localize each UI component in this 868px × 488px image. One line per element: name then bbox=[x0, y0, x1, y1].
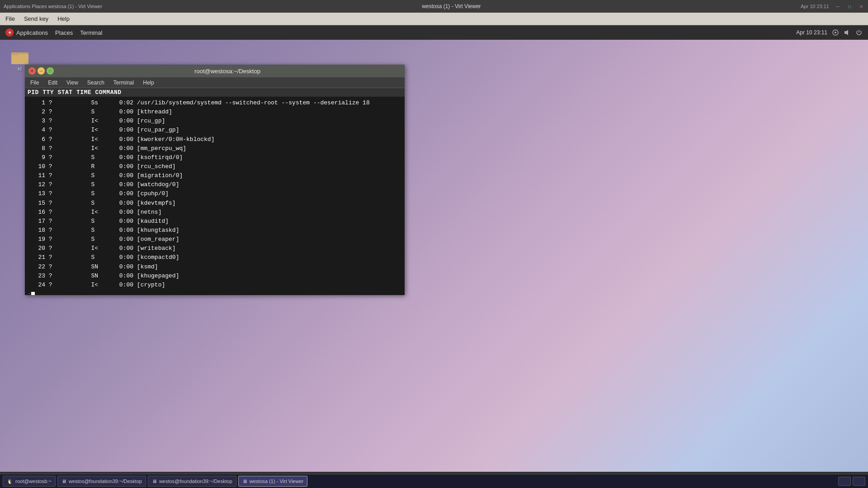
settings-icon bbox=[832, 29, 839, 36]
virt-apps-text: Applications Places westosa (1) - Virt V… bbox=[4, 4, 102, 9]
svg-text:❖: ❖ bbox=[8, 31, 11, 35]
ps-row: 8 ? I< 0:00 [mm_percpu_wq] bbox=[28, 144, 402, 153]
ps-row: 3 ? I< 0:00 [rcu_gp] bbox=[28, 117, 402, 126]
terminal-cursor bbox=[31, 292, 35, 295]
virt-icon: 🖥 bbox=[242, 479, 247, 484]
datetime-display: Apr 10 23:11 bbox=[801, 4, 829, 9]
svg-point-3 bbox=[835, 32, 836, 33]
vm-places-menu[interactable]: Places bbox=[55, 29, 73, 36]
term-menu-help[interactable]: Help bbox=[141, 79, 156, 86]
maximize-btn[interactable]: □ bbox=[846, 3, 853, 9]
host-task-label-0: root@westosb:~ bbox=[15, 479, 52, 484]
menu-help[interactable]: Help bbox=[54, 14, 73, 23]
ps-row: 12 ? S 0:00 [watchdog/0] bbox=[28, 180, 402, 189]
host-task-virtviewer[interactable]: 🖥 westosa (1) - Virt Viewer bbox=[238, 476, 307, 487]
terminal-title: root@westosa:~/Desktop bbox=[54, 68, 401, 75]
ps-row: 2 ? S 0:00 [kthreadd] bbox=[28, 108, 402, 117]
host-taskbar: 🐧 root@westosb:~ 🖥 westos@foundation39:~… bbox=[0, 474, 868, 488]
monitor-icon-1: 🖥 bbox=[61, 479, 66, 484]
ps-row: 23 ? SN 0:00 [khugepaged] bbox=[28, 272, 402, 281]
vm-desktop: rc ✕ ─ □ root@westosa:~/Desktop File Edi… bbox=[0, 40, 868, 472]
ps-row: 6 ? I< 0:00 [kworker/0:0H-kblockd] bbox=[28, 135, 402, 144]
terminal-titlebar: ✕ ─ □ root@westosa:~/Desktop bbox=[25, 65, 405, 77]
virt-titlebar-controls: Apr 10 23:11 ─ □ ✕ bbox=[801, 3, 864, 9]
desktop-folder-label: rc bbox=[18, 66, 22, 71]
terminal-maximize-btn[interactable]: □ bbox=[47, 67, 54, 75]
term-menu-file[interactable]: File bbox=[28, 79, 41, 86]
ps-header-row: PID TTY STAT TIME COMMAND bbox=[25, 88, 405, 97]
vm-datetime: Apr 10 23:11 bbox=[796, 29, 827, 36]
vm-terminal-menu[interactable]: Terminal bbox=[80, 29, 102, 36]
term-menu-edit[interactable]: Edit bbox=[46, 79, 59, 86]
host-task-label-2: westos@foundation39:~/Desktop bbox=[159, 479, 232, 484]
ps-row: 24 ? I< 0:00 [crypto] bbox=[28, 281, 402, 290]
virt-titlebar-title: westosa (1) - Virt Viewer bbox=[422, 3, 481, 9]
virt-viewer-window: Applications Places westosa (1) - Virt V… bbox=[0, 0, 868, 488]
terminal-minimize-btn[interactable]: ─ bbox=[38, 67, 45, 75]
svg-marker-4 bbox=[844, 30, 848, 35]
host-task-penguin[interactable]: 🐧 root@westosb:~ bbox=[3, 476, 56, 487]
ps-row: 9 ? S 0:00 [ksoftirqd/0] bbox=[28, 153, 402, 162]
vm-topbar: ❖ Applications Places Terminal Apr 10 23… bbox=[0, 25, 868, 40]
svg-rect-6 bbox=[11, 54, 28, 64]
host-workspace-1[interactable] bbox=[838, 477, 851, 486]
terminal-window-controls: ✕ ─ □ bbox=[28, 67, 54, 75]
ps-row: 16 ? I< 0:00 [netns] bbox=[28, 208, 402, 217]
minimize-btn[interactable]: ─ bbox=[835, 3, 841, 9]
vm-app-icon: ❖ bbox=[5, 28, 14, 37]
menu-file[interactable]: File bbox=[2, 14, 19, 23]
virt-viewer-menubar: File Send key Help bbox=[0, 13, 868, 25]
virt-viewer-titlebar: Applications Places westosa (1) - Virt V… bbox=[0, 0, 868, 13]
penguin-icon: 🐧 bbox=[7, 479, 13, 484]
folder-svg bbox=[10, 49, 29, 65]
close-btn[interactable]: ✕ bbox=[858, 3, 864, 9]
power-icon bbox=[855, 29, 863, 36]
vm-topbar-right: Apr 10 23:11 bbox=[796, 29, 863, 36]
ps-row: 21 ? S 0:00 [kcompactd0] bbox=[28, 253, 402, 262]
terminal-window: ✕ ─ □ root@westosa:~/Desktop File Edit V… bbox=[25, 65, 405, 295]
terminal-close-btn[interactable]: ✕ bbox=[28, 67, 36, 75]
term-menu-terminal[interactable]: Terminal bbox=[112, 79, 136, 86]
host-task-westos2[interactable]: 🖥 westos@foundation39:~/Desktop bbox=[148, 476, 236, 487]
vm-display-area: ❖ Applications Places Terminal Apr 10 23… bbox=[0, 25, 868, 488]
menu-sendkey[interactable]: Send key bbox=[20, 14, 52, 23]
host-task-label-3: westosa (1) - Virt Viewer bbox=[250, 479, 303, 484]
term-menu-search[interactable]: Search bbox=[85, 79, 106, 86]
monitor-icon-2: 🖥 bbox=[152, 479, 157, 484]
ps-process-list: 1 ? Ss 0:02 /usr/lib/systemd/systemd --s… bbox=[28, 99, 402, 290]
vm-applications-menu[interactable]: ❖ Applications bbox=[5, 28, 48, 37]
terminal-content-area[interactable]: PID TTY STAT TIME COMMAND 1 ? Ss 0:02 /u… bbox=[25, 88, 405, 295]
vm-applications-label: Applications bbox=[16, 29, 48, 36]
terminal-prompt: : bbox=[28, 291, 402, 295]
ps-row: 18 ? S 0:00 [khungtaskd] bbox=[28, 226, 402, 235]
ps-row: 15 ? S 0:00 [kdevtmpfs] bbox=[28, 199, 402, 208]
term-menu-view[interactable]: View bbox=[65, 79, 80, 86]
ps-row: 19 ? S 0:00 [oom_reaper] bbox=[28, 235, 402, 244]
terminal-menubar: File Edit View Search Terminal Help bbox=[25, 77, 405, 88]
ps-row: 11 ? S 0:00 [migration/0] bbox=[28, 171, 402, 180]
ps-row: 17 ? S 0:00 [kauditd] bbox=[28, 217, 402, 226]
svg-rect-7 bbox=[11, 52, 19, 55]
volume-icon bbox=[844, 29, 851, 36]
virt-titlebar-left: Applications Places westosa (1) - Virt V… bbox=[4, 4, 102, 9]
ps-row: 10 ? R 0:00 [rcu_sched] bbox=[28, 162, 402, 171]
ps-row: 4 ? I< 0:00 [rcu_par_gp] bbox=[28, 126, 402, 135]
ps-row: 1 ? Ss 0:02 /usr/lib/systemd/systemd --s… bbox=[28, 99, 402, 108]
host-task-westos1[interactable]: 🖥 westos@foundation39:~/Desktop bbox=[57, 476, 146, 487]
ps-row: 22 ? SN 0:00 [ksmd] bbox=[28, 263, 402, 272]
ps-row: 20 ? I< 0:00 [writeback] bbox=[28, 244, 402, 253]
vm-topbar-left: ❖ Applications Places Terminal bbox=[5, 28, 102, 37]
host-workspace-2[interactable] bbox=[853, 477, 865, 486]
ps-row: 13 ? S 0:00 [cpuhp/0] bbox=[28, 189, 402, 198]
host-task-label-1: westos@foundation39:~/Desktop bbox=[69, 479, 142, 484]
